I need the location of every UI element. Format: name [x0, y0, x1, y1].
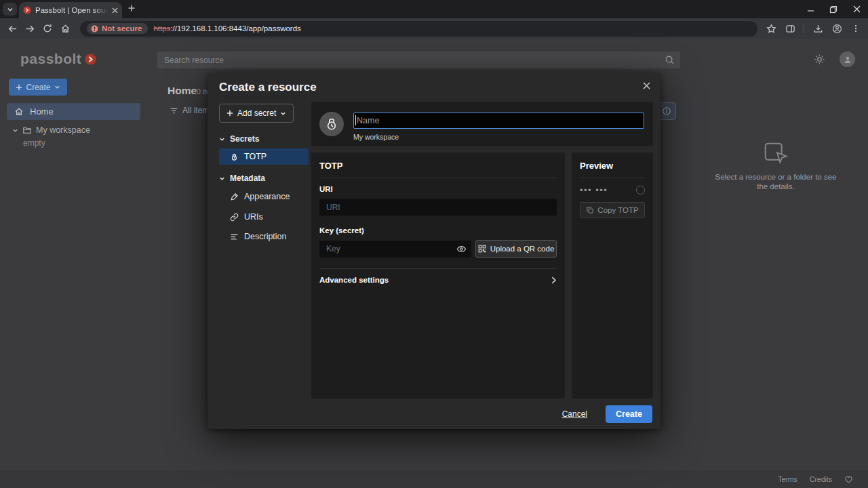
gear-icon: [814, 54, 825, 65]
minimize-button[interactable]: [799, 0, 822, 18]
home-button[interactable]: [57, 20, 73, 37]
nav-item-appearance[interactable]: Appearance: [219, 188, 309, 205]
back-button[interactable]: [4, 20, 20, 37]
resource-name-section: My workspace: [311, 102, 653, 146]
not-secure-icon: [91, 25, 98, 33]
nav-item-uris[interactable]: URIs: [219, 209, 309, 225]
totp-lock-icon: [324, 117, 339, 131]
folder-icon: [22, 125, 32, 135]
new-tab-button[interactable]: [127, 4, 136, 12]
key-field: [319, 241, 471, 258]
kebab-menu-icon: [851, 24, 861, 33]
name-input[interactable]: [353, 113, 644, 129]
url-scheme: https: [153, 24, 170, 33]
details-empty-message: Select a resource or a folder to see the…: [698, 173, 854, 191]
nav-item-description[interactable]: Description: [219, 228, 309, 245]
tab-close-icon[interactable]: [112, 7, 118, 14]
bookmark-button[interactable]: [763, 20, 779, 37]
sidebar-home-label: Home: [30, 106, 54, 117]
create-button[interactable]: Create: [9, 79, 67, 96]
copy-totp-button[interactable]: Copy TOTP: [580, 202, 645, 218]
workspace-empty-label: empty: [23, 138, 45, 148]
totp-section-heading: TOTP: [319, 161, 557, 171]
restore-button[interactable]: [822, 0, 845, 18]
side-panel-button[interactable]: [782, 20, 798, 37]
security-badge[interactable]: Not secure: [87, 23, 148, 34]
uri-input[interactable]: [319, 199, 557, 216]
chevron-down-icon: [219, 136, 225, 142]
cancel-button[interactable]: Cancel: [562, 409, 587, 419]
select-resource-icon: [761, 139, 792, 170]
url-bar[interactable]: Not secure https://192.168.1.106:8443/ap…: [80, 21, 757, 37]
divider: [319, 268, 557, 269]
passbolt-logo-icon: [85, 54, 96, 65]
key-row: Upload a QR code: [319, 240, 557, 258]
addressbar-actions: [763, 20, 864, 37]
home-icon: [60, 24, 71, 34]
tab-search-button[interactable]: [3, 3, 17, 16]
search-input[interactable]: [157, 52, 680, 68]
add-secret-button[interactable]: Add secret: [219, 104, 294, 123]
sidebar-item-home[interactable]: Home: [7, 103, 140, 120]
eye-icon: [456, 244, 467, 254]
search-icon: [665, 55, 675, 65]
info-icon: [662, 106, 671, 116]
nav-appearance-label: Appearance: [244, 192, 290, 201]
close-icon: [853, 5, 861, 13]
modal-footer: Cancel Create: [562, 405, 652, 423]
divider: [580, 178, 645, 178]
nav-section-secrets[interactable]: Secrets: [219, 134, 259, 144]
browser-menu-button[interactable]: [848, 20, 864, 37]
plus-icon: [226, 110, 233, 117]
chevron-down-icon: [280, 110, 286, 117]
metadata-header-label: Metadata: [230, 174, 265, 183]
uri-label: URI: [319, 185, 557, 193]
show-key-button[interactable]: [456, 244, 467, 254]
divider: [319, 178, 557, 178]
name-field: [353, 113, 644, 129]
terms-link[interactable]: Terms: [778, 475, 797, 483]
upload-qr-button[interactable]: Upload a QR code: [475, 240, 557, 258]
app-footer: Terms Credits: [0, 470, 868, 488]
screen: Passbolt | Open source…: [0, 0, 868, 488]
upload-qr-label: Upload a QR code: [490, 245, 555, 253]
profile-button[interactable]: [829, 20, 845, 37]
reload-button[interactable]: [39, 20, 56, 37]
forward-icon: [25, 24, 35, 34]
forward-button[interactable]: [22, 20, 38, 37]
preview-heading: Preview: [580, 161, 645, 171]
totp-timer-icon: [636, 186, 645, 195]
paintbrush-icon: [230, 192, 239, 201]
create-button-label: Create: [26, 83, 50, 92]
tab-title: Passbolt | Open source…: [35, 6, 108, 14]
chevron-down-icon: [54, 84, 60, 90]
sidebar-item-workspace[interactable]: My workspace: [12, 125, 90, 135]
create-submit-button[interactable]: Create: [606, 405, 652, 423]
user-avatar[interactable]: [840, 52, 855, 67]
link-icon: [230, 213, 239, 222]
totp-lock-icon: [230, 152, 239, 161]
minimize-icon: [807, 5, 814, 13]
credits-link[interactable]: Credits: [810, 475, 832, 483]
filter-all-items[interactable]: All items: [170, 106, 213, 115]
heart-icon[interactable]: [844, 475, 853, 484]
nav-section-metadata[interactable]: Metadata: [219, 174, 265, 183]
plus-icon: [127, 4, 136, 12]
add-secret-label: Add secret: [237, 108, 276, 118]
search-bar: [157, 52, 680, 68]
chevron-right-icon: [551, 277, 557, 284]
settings-button[interactable]: [814, 54, 825, 65]
workspace-breadcrumb: My workspace: [353, 133, 399, 141]
text-caret: [355, 115, 356, 125]
key-input[interactable]: [319, 241, 471, 258]
advanced-settings-label: Advanced settings: [319, 276, 389, 284]
downloads-button[interactable]: [810, 20, 826, 37]
modal-close-button[interactable]: [643, 82, 650, 89]
advanced-settings-toggle[interactable]: Advanced settings: [319, 276, 557, 284]
logo-text: passbolt: [20, 51, 81, 67]
workspace-label: My workspace: [36, 125, 90, 135]
close-window-button[interactable]: [845, 0, 868, 18]
nav-item-totp[interactable]: TOTP: [219, 148, 309, 165]
browser-tab[interactable]: Passbolt | Open source…: [19, 2, 122, 18]
plus-icon: [16, 84, 22, 91]
